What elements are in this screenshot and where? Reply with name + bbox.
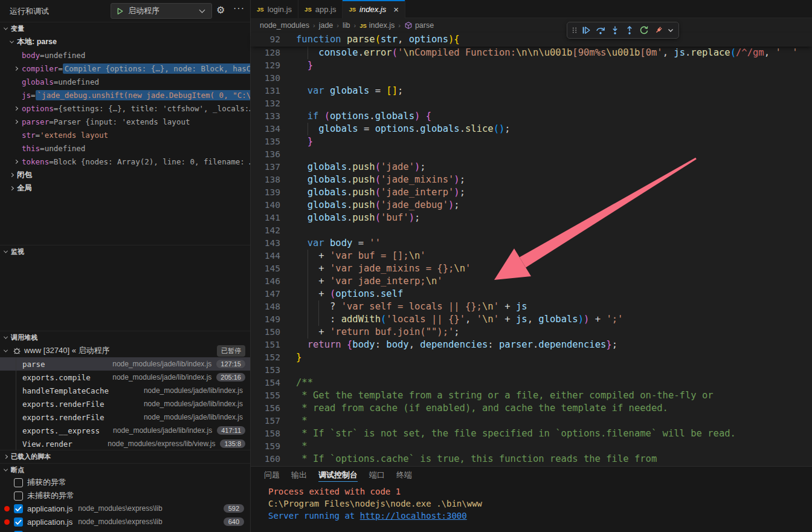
variable-row[interactable]: parser = Parser {input: 'extends layout [0, 115, 250, 128]
line-number[interactable]: 130 [251, 72, 280, 85]
stack-frame-row[interactable]: handleTemplateCachenode_modules/jade/lib… [0, 384, 250, 397]
code-line[interactable]: 147 + (options.self [251, 288, 812, 300]
checkbox[interactable] [14, 504, 23, 513]
code-line[interactable]: 141 globals.push('buf'); [251, 212, 812, 224]
line-number[interactable]: 143 [251, 237, 280, 250]
line-number[interactable]: 142 [251, 224, 280, 237]
code-line[interactable]: 142 [251, 224, 812, 237]
variable-row[interactable]: compiler = Compiler {options: {…}, node:… [0, 62, 250, 75]
code-line[interactable]: 151 return {body: body, dependencies: pa… [251, 339, 812, 351]
section-watch[interactable]: 监视 [0, 245, 250, 258]
line-number[interactable]: 147 [251, 288, 280, 300]
line-number[interactable]: 141 [251, 212, 280, 224]
code-line[interactable]: 155 * Get the template from a string or … [251, 389, 812, 402]
line-number[interactable]: 136 [251, 148, 280, 161]
line-number[interactable]: 137 [251, 161, 280, 174]
code-line[interactable]: 152} [251, 351, 812, 364]
panel-tab-debug-console[interactable]: 调试控制台 [318, 467, 358, 484]
line-number[interactable]: 155 [251, 389, 280, 402]
section-loaded-scripts[interactable]: 已载入的脚本 [0, 450, 250, 463]
line-number[interactable]: 160 [251, 453, 280, 465]
line-number[interactable]: 131 [251, 85, 280, 97]
code-viewport[interactable]: 128 console.error('\nCompiled Function:\… [251, 47, 812, 466]
code-line[interactable]: 160 * If `options.cache` is true, this f… [251, 453, 812, 465]
exception-breakpoint-row[interactable]: 捕获的异常 [0, 476, 250, 489]
line-number[interactable]: 133 [251, 110, 280, 123]
line-number[interactable]: 139 [251, 186, 280, 199]
console-link[interactable]: http://localhost:3000 [360, 511, 467, 521]
step-into-button[interactable] [608, 23, 622, 37]
code-line[interactable]: 156 * read from cache (if enabled), and … [251, 402, 812, 415]
scope-closure[interactable]: 闭包 [0, 168, 250, 181]
breadcrumb-item[interactable]: parse [404, 21, 434, 30]
breakpoint-row[interactable] [0, 528, 250, 532]
variable-row[interactable]: body = undefined [0, 48, 250, 62]
breadcrumb-item[interactable]: node_modules [260, 21, 309, 30]
restart-button[interactable] [637, 23, 651, 37]
code-line[interactable]: 140 globals.push('jade_debug'); [251, 199, 812, 212]
code-line[interactable]: 159 * [251, 440, 812, 453]
line-number[interactable]: 128 [251, 47, 280, 59]
breadcrumb-item[interactable]: jade [319, 21, 334, 30]
code-line[interactable]: 92function parse(str, options){ [251, 33, 812, 47]
code-line[interactable]: 148 ? 'var self = locals || {};\n' + js [251, 300, 812, 313]
variable-row[interactable]: globals = undefined [0, 75, 250, 88]
code-line[interactable]: 146 + 'var jade_interp;\n' [251, 275, 812, 288]
section-breakpoints[interactable]: 断点 [0, 463, 250, 476]
stack-frame-row[interactable]: exports.renderFilenode_modules/jade/lib/… [0, 410, 250, 424]
code-line[interactable]: 134 globals = options.globals.slice(); [251, 123, 812, 135]
line-number[interactable]: 146 [251, 275, 280, 288]
scope-global[interactable]: 全局 [0, 181, 250, 195]
code-line[interactable]: 138 globals.push('jade_mixins'); [251, 174, 812, 186]
more-actions-icon[interactable]: ··· [233, 3, 245, 14]
editor-tab-login-js[interactable]: JSlogin.js [251, 0, 298, 18]
code-line[interactable]: 158 * If `str` is not set, the file spec… [251, 427, 812, 440]
scope-local-parse[interactable]: 本地: parse [0, 35, 250, 48]
panel-tab-item[interactable]: 终端 [396, 467, 412, 484]
line-number[interactable]: 152 [251, 351, 280, 364]
panel-tab-item[interactable]: 输出 [291, 467, 307, 484]
code-line[interactable]: 131 var globals = []; [251, 85, 812, 97]
line-number[interactable]: 159 [251, 440, 280, 453]
line-number[interactable]: 129 [251, 59, 280, 72]
launch-config-dropdown[interactable]: 启动程序 [111, 3, 212, 19]
editor-tab-index-js[interactable]: JSindex.js× [343, 0, 405, 18]
stack-frame-row[interactable]: exports.__expressnode_modules/jade/lib/i… [0, 424, 250, 437]
line-number[interactable]: 151 [251, 339, 280, 351]
disconnect-button[interactable] [651, 23, 666, 37]
stack-frame-row[interactable]: exports.renderFilenode_modules/jade/lib/… [0, 397, 250, 410]
section-variables[interactable]: 变量 [0, 22, 250, 35]
code-line[interactable]: 144 + 'var buf = [];\n' [251, 250, 812, 262]
variable-row[interactable]: str = 'extends layout [0, 128, 250, 141]
code-line[interactable]: 153 [251, 364, 812, 377]
breadcrumb-item[interactable]: JSindex.js [359, 21, 395, 30]
debug-console-output[interactable]: Process exited with code 1C:\Program Fil… [268, 485, 812, 532]
line-number[interactable]: 140 [251, 199, 280, 212]
checkbox[interactable] [14, 517, 23, 527]
debug-session-row[interactable]: www [32740] « 启动程序 已暂停 [0, 344, 250, 357]
code-line[interactable]: 129 } [251, 59, 812, 72]
more-button[interactable] [666, 23, 675, 37]
line-number[interactable]: 149 [251, 313, 280, 326]
variable-row[interactable]: options = {settings: {…}, title: 'ctfsho… [0, 102, 250, 115]
stack-frame-row[interactable]: View.rendernode_modules/express/lib/view… [0, 437, 250, 450]
breakpoint-row[interactable]: application.jsnode_modules\express\lib64… [0, 515, 250, 528]
variable-row[interactable]: tokens = Block {nodes: Array(2), line: 0… [0, 155, 250, 168]
checkbox[interactable] [14, 491, 23, 501]
code-line[interactable]: 145 + 'var jade_mixins = {};\n' [251, 262, 812, 275]
line-number[interactable]: 154 [251, 377, 280, 389]
code-line[interactable]: 154/** [251, 377, 812, 389]
code-line[interactable]: 136 [251, 148, 812, 161]
code-line[interactable]: 143 var body = '' [251, 237, 812, 250]
variable-row[interactable]: js = `jade_debug.unshift(new jade.DebugI… [0, 88, 250, 102]
code-line[interactable]: 135 } [251, 135, 812, 148]
step-over-button[interactable] [593, 23, 608, 37]
line-number[interactable]: 150 [251, 326, 280, 339]
panel-tab-item[interactable]: 问题 [264, 467, 280, 484]
line-number[interactable]: 135 [251, 135, 280, 148]
checkbox[interactable] [14, 478, 23, 487]
start-debug-icon[interactable] [111, 7, 128, 16]
close-icon[interactable]: × [393, 5, 399, 14]
line-number[interactable]: 158 [251, 427, 280, 440]
code-line[interactable]: 157 * [251, 415, 812, 427]
